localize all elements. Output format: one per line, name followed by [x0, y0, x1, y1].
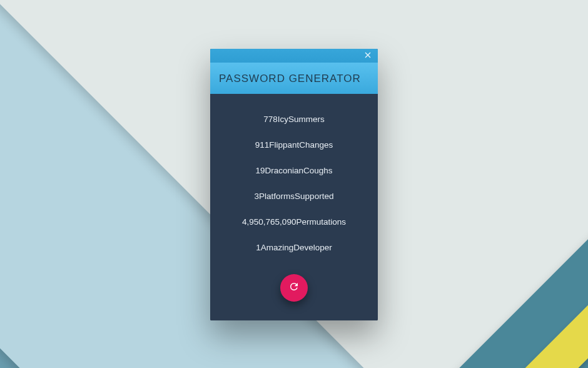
- password-item[interactable]: 778IcySummers: [218, 106, 370, 132]
- close-icon: [365, 52, 371, 59]
- password-item[interactable]: 3PlatformsSupported: [218, 183, 370, 209]
- password-item[interactable]: 911FlippantChanges: [218, 132, 370, 158]
- password-item[interactable]: 4,950,765,090Permutations: [218, 209, 370, 235]
- titlebar: [210, 49, 378, 63]
- app-title: PASSWORD GENERATOR: [219, 73, 369, 85]
- header: PASSWORD GENERATOR: [210, 63, 378, 94]
- password-item[interactable]: 19DraconianCoughs: [218, 158, 370, 183]
- refresh-icon: [288, 281, 300, 295]
- password-generator-card: PASSWORD GENERATOR 778IcySummers 911Flip…: [210, 49, 378, 320]
- password-item[interactable]: 1AmazingDeveloper: [218, 235, 370, 260]
- regenerate-button[interactable]: [280, 274, 308, 302]
- close-button[interactable]: [363, 51, 373, 61]
- password-list: 778IcySummers 911FlippantChanges 19Draco…: [218, 106, 370, 260]
- card-body: 778IcySummers 911FlippantChanges 19Draco…: [210, 94, 378, 320]
